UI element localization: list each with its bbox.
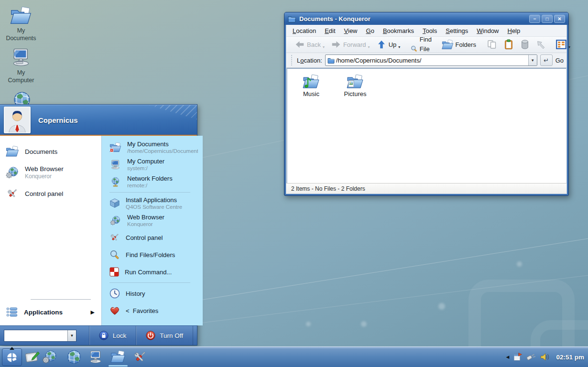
menu-item-web-browser[interactable]: Web Browser Konqueror — [102, 212, 203, 229]
back-arrow-icon — [294, 39, 305, 50]
task-file-manager-icon[interactable] — [110, 349, 126, 365]
search-combobox[interactable]: ▼ — [4, 330, 76, 342]
search-icon — [411, 43, 417, 54]
menu-item-run-command[interactable]: Run Command... — [102, 263, 203, 281]
location-input[interactable] — [335, 57, 528, 64]
copy-button[interactable] — [484, 38, 500, 51]
tray-collapse-icon[interactable]: ◀ — [506, 355, 510, 359]
separator — [109, 282, 190, 283]
menu-edit[interactable]: Edit — [320, 26, 339, 36]
menu-item-web-browser[interactable]: Web Browser Konqueror — [0, 162, 101, 184]
location-dropdown-button[interactable]: ▼ — [528, 55, 537, 65]
separator — [109, 192, 190, 193]
statusbar: 2 Items - No Files - 2 Folders — [286, 183, 566, 194]
menu-open-indicator — [10, 347, 14, 350]
desktop: My Documents My Computer Documents - Kon… — [0, 0, 588, 367]
menu-item-control-panel[interactable]: Control panel — [102, 229, 203, 246]
menu-item-find-files[interactable]: Find Files/Folders — [102, 246, 203, 263]
run-checker-icon — [109, 267, 119, 277]
item-label: Web Browser — [127, 214, 164, 221]
menu-window[interactable]: Window — [472, 26, 503, 36]
menu-item-favorites[interactable]: < Favorites — [102, 302, 203, 319]
menu-item-my-documents[interactable]: My Documents /home/Copernicus/Documents — [102, 139, 203, 156]
tray-session-icon[interactable] — [513, 352, 523, 362]
wallpaper-blob — [517, 261, 522, 267]
desktop-icon-my-documents[interactable]: My Documents — [4, 7, 38, 43]
folder-view[interactable]: Music Pictures — [286, 68, 566, 183]
taskbar-clock[interactable]: 02:51 pm — [556, 354, 584, 361]
user-avatar[interactable] — [4, 107, 31, 133]
turn-off-button[interactable]: Turn Off — [136, 326, 193, 345]
menu-item-network-folders[interactable]: Network Folders remote:/ — [102, 173, 203, 190]
file-label: Music — [295, 90, 327, 97]
menu-help[interactable]: Help — [503, 26, 525, 36]
folder-icon — [288, 15, 296, 22]
back-dropdown-icon[interactable]: ▾ — [323, 45, 325, 50]
item-label: Control panel — [25, 190, 63, 197]
menu-item-my-computer[interactable]: My Computer system:/ — [102, 156, 203, 173]
file-item-music[interactable]: Music — [295, 75, 327, 97]
menu-settings[interactable]: Settings — [441, 26, 472, 36]
go-label[interactable]: Go — [555, 57, 564, 64]
up-dropdown-icon[interactable]: ▾ — [398, 45, 400, 50]
browser-globe-gear-icon — [6, 166, 19, 179]
quicklaunch-my-computer-icon[interactable] — [88, 349, 103, 365]
menu-item-documents[interactable]: Documents — [0, 141, 101, 162]
find-file-label: Find File — [420, 35, 436, 54]
search-dropdown-button[interactable]: ▼ — [67, 330, 76, 341]
start-button[interactable] — [2, 348, 22, 366]
find-file-button[interactable]: Find File — [408, 34, 438, 55]
pictures-folder-icon — [347, 75, 364, 89]
close-button[interactable]: ✕ — [554, 15, 565, 23]
forward-button[interactable]: Forward ▾ — [328, 38, 373, 51]
search-input[interactable] — [4, 330, 67, 341]
go-enter-button[interactable]: ↵ — [540, 54, 553, 66]
folders-button[interactable]: Folders — [439, 39, 479, 51]
item-label: History — [126, 290, 145, 297]
tray-device-icon[interactable] — [526, 352, 536, 362]
location-combobox[interactable]: ▼ — [325, 54, 537, 66]
start-menu: Copernicus Documents Web Browser Konquer… — [0, 104, 197, 345]
quicklaunch-web-globe-icon[interactable] — [66, 349, 82, 365]
view-dropdown-icon[interactable]: ▾ — [568, 45, 570, 50]
quicklaunch-control-panel-icon[interactable] — [132, 349, 148, 365]
quicklaunch-notes-icon[interactable] — [25, 349, 40, 365]
delete-button[interactable] — [517, 39, 533, 51]
forward-dropdown-icon[interactable]: ▾ — [368, 45, 370, 50]
applications-list-icon — [6, 307, 18, 317]
maximize-button[interactable]: □ — [542, 15, 553, 23]
up-label: Up — [389, 40, 397, 50]
music-folder-icon — [303, 75, 320, 89]
file-item-pictures[interactable]: Pictures — [339, 75, 371, 97]
tray-volume-icon[interactable] — [540, 352, 550, 362]
quicklaunch-konqueror-icon[interactable] — [42, 349, 57, 365]
user-name: Copernicus — [38, 116, 78, 124]
desktop-icon-my-computer[interactable]: My Computer — [4, 48, 38, 85]
paste-button[interactable] — [501, 38, 517, 51]
window-titlebar[interactable]: Documents - Konqueror – □ ✕ — [284, 12, 568, 25]
location-label: Location: — [297, 57, 322, 64]
menu-go[interactable]: Go — [362, 26, 379, 36]
trash-cylinder-icon — [520, 40, 530, 49]
system-tray: ◀ 02:51 pm — [506, 347, 584, 367]
start-menu-right-column: My Documents /home/Copernicus/Documents … — [101, 136, 203, 325]
up-arrow-icon — [376, 39, 387, 50]
item-label: Network Folders — [127, 175, 173, 182]
lock-button[interactable]: Lock — [89, 326, 136, 345]
active-task-indicator — [109, 365, 128, 367]
menu-item-history[interactable]: History — [102, 285, 203, 302]
view-mode-button[interactable]: ▾ — [553, 38, 573, 51]
menu-item-applications[interactable]: Applications ▶ — [0, 302, 101, 322]
menu-view[interactable]: View — [340, 26, 362, 36]
shred-button[interactable] — [533, 39, 548, 51]
back-button[interactable]: Back ▾ — [292, 38, 327, 51]
up-button[interactable]: Up ▾ — [373, 38, 403, 51]
menu-item-install-applications[interactable]: Install Applications Q4OS Software Centr… — [102, 194, 203, 212]
computer-icon — [109, 160, 121, 170]
minimize-button[interactable]: – — [529, 15, 540, 23]
back-label: Back — [307, 40, 321, 50]
menu-location[interactable]: Location — [288, 26, 320, 36]
menu-item-control-panel[interactable]: Control panel — [0, 184, 101, 204]
locationbar-grip[interactable] — [291, 55, 293, 65]
item-sublabel: /home/Copernicus/Documents — [127, 148, 198, 154]
